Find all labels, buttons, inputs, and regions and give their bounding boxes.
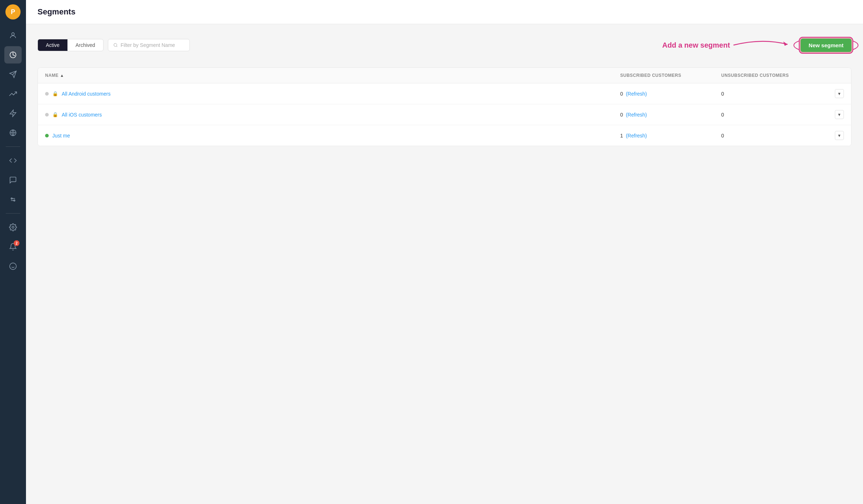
status-dot-green	[45, 134, 49, 137]
segments-table: NAME ▲ SUBSCRIBED CUSTOMERS UNSUBSCRIBED…	[38, 67, 851, 146]
svg-line-10	[116, 46, 117, 47]
new-segment-wrapper: New segment	[801, 39, 851, 52]
dropdown-btn-ios[interactable]: ▾	[835, 110, 844, 119]
avatar[interactable]: P	[5, 4, 21, 19]
subscribed-cell: 0 (Refresh)	[620, 91, 721, 97]
col-header-name: NAME ▲	[45, 73, 620, 78]
col-header-actions	[822, 73, 844, 78]
search-box[interactable]	[108, 39, 190, 51]
col-header-unsubscribed: UNSUBSCRIBED CUSTOMERS	[721, 73, 822, 78]
annotation-text: Add a new segment	[662, 41, 730, 49]
refresh-link-android[interactable]: (Refresh)	[626, 91, 647, 97]
toolbar: Active Archived Add a new segment	[38, 34, 851, 56]
sidebar-divider-2	[6, 213, 20, 214]
table-row: 🔒 All iOS customers 0 (Refresh) 0 ▾	[38, 104, 851, 125]
svg-point-6	[10, 263, 16, 269]
unsubscribed-cell: 0	[721, 133, 822, 139]
sidebar-item-campaigns[interactable]	[4, 66, 22, 83]
annotation-area: Add a new segment	[662, 34, 795, 56]
status-dot-gray	[45, 92, 49, 96]
dropdown-btn-justme[interactable]: ▾	[835, 131, 844, 140]
svg-point-9	[114, 43, 117, 46]
table-row: Just me 1 (Refresh) 0 ▾	[38, 125, 851, 146]
notification-badge: 2	[14, 240, 19, 246]
toolbar-left: Active Archived	[38, 39, 190, 51]
tab-archived[interactable]: Archived	[67, 39, 103, 51]
content-area: Active Archived Add a new segment	[26, 24, 863, 504]
sidebar-item-segments[interactable]	[4, 46, 22, 63]
svg-point-5	[12, 226, 14, 228]
lock-icon: 🔒	[52, 112, 58, 117]
main-content: Segments Active Archived Add a new segme…	[26, 0, 863, 504]
col-header-subscribed: SUBSCRIBED CUSTOMERS	[620, 73, 721, 78]
page-header: Segments	[26, 0, 863, 24]
segment-link-justme[interactable]: Just me	[52, 133, 70, 139]
sidebar: P	[0, 0, 26, 504]
table-row: 🔒 All Android customers 0 (Refresh) 0 ▾	[38, 83, 851, 104]
table-header: NAME ▲ SUBSCRIBED CUSTOMERS UNSUBSCRIBED…	[38, 68, 851, 83]
dropdown-btn-android[interactable]: ▾	[835, 89, 844, 98]
subscribed-cell: 0 (Refresh)	[620, 112, 721, 118]
sidebar-item-analytics[interactable]	[4, 85, 22, 102]
row-name-cell: 🔒 All Android customers	[45, 91, 620, 97]
refresh-link-ios[interactable]: (Refresh)	[626, 112, 647, 118]
subscribed-cell: 1 (Refresh)	[620, 133, 721, 139]
page-title: Segments	[38, 7, 851, 17]
row-actions: ▾	[822, 89, 844, 98]
sidebar-item-messages[interactable]	[4, 171, 22, 189]
arrow-icon	[730, 34, 795, 56]
unsubscribed-cell: 0	[721, 112, 822, 118]
sidebar-item-integrations[interactable]	[4, 191, 22, 208]
sidebar-item-automation[interactable]	[4, 105, 22, 122]
sidebar-item-notifications[interactable]: 2	[4, 238, 22, 255]
sidebar-item-code[interactable]	[4, 152, 22, 169]
status-dot-gray	[45, 113, 49, 117]
row-name-cell: 🔒 All iOS customers	[45, 112, 620, 118]
svg-point-0	[12, 33, 14, 35]
sidebar-divider-1	[6, 146, 20, 147]
segment-link-ios[interactable]: All iOS customers	[62, 112, 102, 118]
sidebar-item-globe[interactable]	[4, 124, 22, 141]
segment-link-android[interactable]: All Android customers	[62, 91, 110, 97]
lock-icon: 🔒	[52, 91, 58, 96]
tab-active[interactable]: Active	[38, 39, 67, 51]
sidebar-item-settings[interactable]	[4, 219, 22, 236]
tab-group: Active Archived	[38, 39, 104, 51]
row-name-cell: Just me	[45, 133, 620, 139]
search-icon	[113, 43, 118, 48]
row-actions: ▾	[822, 131, 844, 140]
row-actions: ▾	[822, 110, 844, 119]
sidebar-item-users[interactable]	[4, 27, 22, 44]
unsubscribed-cell: 0	[721, 91, 822, 97]
search-input[interactable]	[121, 42, 184, 48]
refresh-link-justme[interactable]: (Refresh)	[626, 133, 647, 139]
sidebar-nav: 2	[4, 27, 22, 500]
sort-icon-name[interactable]: ▲	[60, 73, 64, 78]
toolbar-right: Add a new segment New segment	[662, 34, 851, 56]
new-segment-button[interactable]: New segment	[801, 39, 851, 52]
sidebar-item-emoji[interactable]	[4, 258, 22, 275]
